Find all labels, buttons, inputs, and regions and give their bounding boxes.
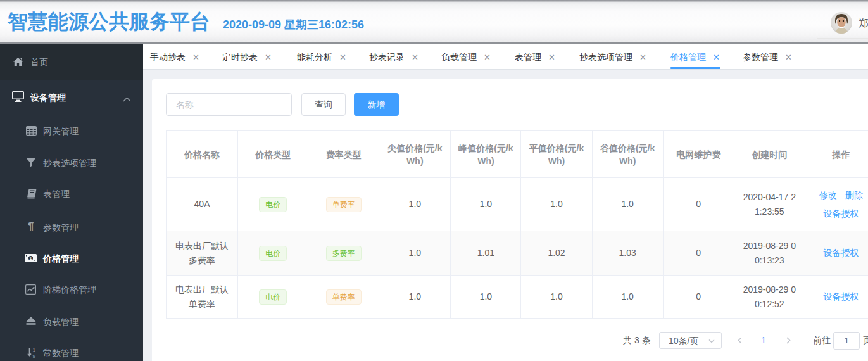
svg-text:1: 1 bbox=[33, 347, 36, 353]
svg-text:9: 9 bbox=[33, 353, 36, 358]
svg-text:1: 1 bbox=[30, 256, 32, 260]
